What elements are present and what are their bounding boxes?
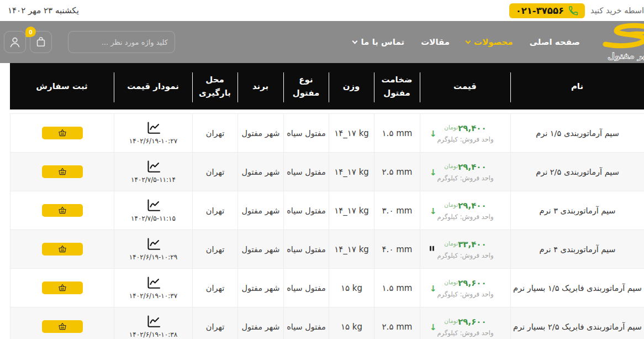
product-name: سیم آرماتوربندی ۴ نرم [510, 230, 644, 268]
phone-icon [568, 6, 578, 16]
brand-value: شهر مفتول [237, 191, 283, 230]
promo-text: اسطه خرید کنید [590, 6, 644, 15]
price-currency: تومان [444, 124, 458, 131]
table-row: سیم آرماتوربندی ۴ نرم ۳۳,۴۰۰ تومان واحد … [10, 230, 644, 269]
price-down-icon: ↓ [430, 129, 437, 139]
phone-number: ۰۲۱-۳۷۵۵۶ [516, 6, 564, 16]
product-name: سیم آرماتوربندی ۳ نرم [510, 191, 644, 230]
basket-icon [58, 245, 67, 253]
price-chart-link[interactable]: ۱۴۰۲/۶/۱۹-۱۰:۳۷ [114, 269, 192, 307]
price-down-icon: ↓ [430, 284, 437, 294]
sale-unit-label: واحد فروش: کیلوگرم [437, 174, 493, 182]
price-chart-link[interactable]: ۱۴۰۲/۷/۵-۱۱:۱۵ [114, 191, 192, 230]
chart-updated-date: ۱۴۰۲/۶/۱۹-۱۰:۳۷ [129, 292, 177, 300]
nav-item-1[interactable]: صفحه اصلی [530, 37, 580, 47]
order-button[interactable] [42, 165, 83, 178]
price-down-icon: ↓ [430, 168, 437, 178]
price-chart-link[interactable]: ۱۴۰۲/۶/۱۹-۱۰:۲۷ [114, 114, 192, 152]
order-button[interactable] [42, 204, 83, 217]
weight-value: ۱۵ kg [329, 269, 374, 307]
brand-value: شهر مفتول [237, 114, 283, 152]
column-header: ضخامت مفتول [374, 63, 420, 109]
column-header: برند [237, 63, 283, 109]
wire-type-value: مفتول سیاه [283, 114, 329, 152]
price-currency: تومان [444, 201, 458, 208]
thickness-value: ۴.۰ mm [374, 230, 420, 268]
order-button[interactable] [42, 243, 83, 255]
top-bar: اسطه خرید کنید ۰۲۱-۳۷۵۵۶ یکشنبه ۲۳ مهر ۱… [0, 0, 644, 21]
products-table: نامقیمتضخامت مفتولوزننوع مفتولبرندمحل با… [10, 63, 644, 339]
line-chart-icon [145, 121, 162, 135]
chevron-down-icon [466, 38, 471, 44]
table-row: سیم آرماتوربندی ۲/۵ نرم ۲۹,۴۰۰ تومان واح… [10, 153, 644, 191]
nav-item-label: تماس با ما [361, 37, 404, 47]
order-button[interactable] [42, 127, 83, 139]
column-header: ثبت سفارش [10, 63, 114, 109]
price-cell: ۳۳,۴۰۰ تومان واحد فروش: کیلوگرم [420, 230, 510, 268]
brand-value: شهر مفتول [237, 230, 283, 268]
account-button[interactable] [4, 31, 26, 53]
chart-updated-date: ۱۴۰۲/۶/۱۹-۱۰:۲۹ [129, 253, 177, 261]
shopping-bag-icon [35, 36, 47, 48]
line-chart-icon [145, 315, 162, 329]
order-button[interactable] [42, 320, 83, 333]
nav-item-2[interactable]: محصولات [466, 37, 513, 47]
chart-updated-date: ۱۴۰۲/۶/۱۹-۱۰:۳۸ [129, 331, 177, 338]
price-currency: تومان [444, 163, 458, 169]
price-value: ۲۹,۶۰۰ [458, 317, 486, 327]
table-row: سیم آرماتوربندی فابریک ۱/۵ بسیار نرم ۲۹,… [10, 269, 644, 307]
loading-location-value: تهران [192, 114, 237, 152]
price-chart-link[interactable]: ۱۴۰۲/۶/۱۹-۱۰:۳۸ [114, 307, 192, 339]
basket-icon [58, 129, 67, 137]
price-value: ۲۹,۶۰۰ [458, 278, 486, 288]
weight-value: ۱۴_۱۷ kg [329, 191, 374, 230]
column-header: محل بارگیری [192, 63, 237, 109]
thickness-value: ۱.۵ mm [374, 269, 420, 307]
site-header: شهر مفتول صفحه اصلیمحصولاتمقالاتتماس با … [0, 21, 644, 63]
column-header: نام [510, 63, 644, 109]
basket-icon [58, 322, 67, 331]
price-currency: تومان [444, 317, 458, 324]
table-row: سیم آرماتوربندی ۱/۵ نرم ۲۹,۴۰۰ تومان واح… [10, 114, 644, 153]
search-box [68, 31, 175, 53]
loading-location-value: تهران [192, 269, 237, 307]
thickness-value: ۳.۰ mm [374, 191, 420, 230]
price-cell: ۲۹,۶۰۰ تومان واحد فروش: کیلوگرم ↓ [420, 307, 510, 339]
search-input[interactable] [74, 38, 168, 46]
nav-item-4[interactable]: تماس با ما [353, 37, 404, 47]
line-chart-icon [145, 160, 162, 174]
order-button[interactable] [42, 281, 83, 294]
column-header: نوع مفتول [283, 63, 329, 109]
loading-location-value: تهران [192, 191, 237, 230]
price-flat-icon [430, 246, 434, 251]
cart-button[interactable]: 0 [30, 31, 52, 53]
nav-item-3[interactable]: مقالات [421, 37, 450, 47]
order-cell [10, 191, 114, 230]
price-chart-link[interactable]: ۱۴۰۲/۶/۱۹-۱۰:۲۹ [114, 230, 192, 268]
price-cell: ۲۹,۶۰۰ تومان واحد فروش: کیلوگرم ↓ [420, 269, 510, 307]
price-chart-link[interactable]: ۱۴۰۲/۷/۵-۱۱:۱۴ [114, 153, 192, 191]
order-cell [10, 230, 114, 268]
main-nav: صفحه اصلیمحصولاتمقالاتتماس با ما [353, 37, 580, 47]
price-currency: تومان [444, 240, 458, 247]
loading-location-value: تهران [192, 307, 237, 339]
thickness-value: ۲.۵ mm [374, 307, 420, 339]
price-cell: ۲۹,۴۰۰ تومان واحد فروش: کیلوگرم ↓ [420, 114, 510, 152]
basket-icon [58, 168, 67, 176]
sale-unit-label: واحد فروش: کیلوگرم [437, 135, 493, 143]
site-logo[interactable]: شهر مفتول [602, 22, 644, 62]
chart-updated-date: ۱۴۰۲/۷/۵-۱۱:۱۴ [131, 176, 176, 184]
phone-button[interactable]: ۰۲۱-۳۷۵۵۶ [509, 3, 585, 18]
weight-value: ۱۴_۱۷ kg [329, 153, 374, 191]
brand-value: شهر مفتول [237, 269, 283, 307]
column-header: قیمت [420, 63, 510, 109]
line-chart-icon [145, 237, 162, 252]
weight-value: ۱۴_۱۷ kg [329, 230, 374, 268]
column-header: وزن [329, 63, 374, 109]
order-cell [10, 269, 114, 307]
price-value: ۲۹,۴۰۰ [458, 201, 486, 211]
current-date: یکشنبه ۲۳ مهر ۱۴۰۲ [8, 6, 79, 15]
wire-type-value: مفتول سیاه [283, 307, 329, 339]
chart-updated-date: ۱۴۰۲/۷/۵-۱۱:۱۵ [131, 215, 176, 222]
wire-type-value: مفتول سیاه [283, 191, 329, 230]
